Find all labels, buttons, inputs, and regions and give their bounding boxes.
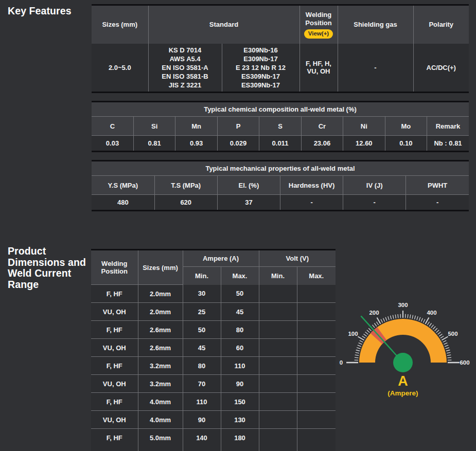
gauge-tick	[381, 319, 382, 323]
gauge-tick	[427, 322, 429, 325]
gauge-hub	[393, 353, 413, 372]
cell: 80	[221, 321, 259, 339]
table-row: F, HF3.2mm80110	[91, 357, 336, 375]
cell: 12.60	[343, 136, 385, 152]
cell	[297, 393, 336, 411]
gauge-tick	[446, 348, 449, 349]
cell: F, HF	[91, 429, 138, 447]
welding-position-label: Welding Position	[302, 11, 336, 27]
col-header-welding-position: Welding Position	[91, 250, 138, 285]
cell: PWHT	[406, 176, 469, 195]
standard-line: ES309Nb-17	[224, 72, 297, 81]
standard-line: E 23 12 Nb R 12	[224, 63, 297, 72]
cell: Remark	[427, 117, 469, 136]
welding-position-value: F, HF, H, VU, OH	[299, 44, 338, 93]
cell: 50	[221, 285, 259, 303]
table-row: 2.0~5.0 KS D 7014AWS A5.4EN ISO 3581-AEN…	[92, 44, 469, 93]
standard-line: JIS Z 3221	[151, 81, 220, 89]
gauge-tick	[439, 334, 442, 336]
table-row: VU, OH3.2mm7090	[91, 375, 336, 393]
gauge-tick	[368, 328, 371, 331]
cell: VU, OH	[91, 303, 138, 321]
cell: 2.6mm	[138, 321, 183, 339]
gauge-tick	[438, 332, 441, 335]
cell: VU, OH	[91, 411, 138, 429]
cell	[259, 411, 297, 429]
gauge-tick	[447, 352, 450, 353]
col-header-shielding-gas: Shielding gas	[338, 5, 413, 44]
mechanical-properties-table: Typical mechanical properties of all-wel…	[92, 160, 469, 211]
cell: VU, OH	[91, 339, 138, 357]
cell: 3.2mm	[138, 357, 183, 375]
cell: Cr	[301, 117, 343, 136]
gauge-tick	[440, 336, 444, 338]
col-header-sizes: Sizes (mm)	[92, 5, 148, 44]
cell: 620	[154, 195, 217, 211]
cell: 140	[183, 429, 221, 447]
table-row-partial	[91, 447, 336, 451]
cell: 80	[183, 357, 221, 375]
header-row: Sizes (mm) Standard Welding Position Vie…	[92, 5, 469, 44]
cell: 110	[221, 357, 259, 375]
cell: 150	[221, 393, 259, 411]
gauge-tick	[355, 355, 359, 355]
cell: IV (J)	[343, 176, 406, 195]
table-row: F, HF5.0mm140180	[91, 429, 336, 447]
product-dimensions-heading: Product Dimensions and Weld Current Rang…	[8, 246, 99, 290]
cell: -	[406, 195, 469, 211]
gauge-tick	[421, 318, 422, 322]
gauge-tick	[436, 330, 439, 333]
header-row: Y.S (MPa)T.S (MPa)El. (%)Hardness (HV)IV…	[92, 176, 469, 195]
cell: P	[217, 117, 259, 136]
cell: Mo	[385, 117, 427, 136]
mechanical-table-title: Typical mechanical properties of all-wel…	[92, 161, 469, 176]
gauge-tick	[412, 315, 413, 319]
cell	[297, 303, 336, 321]
standard-line: AWS A5.4	[151, 55, 220, 63]
gauge-tick	[365, 332, 368, 335]
cell	[259, 447, 297, 451]
cell: Ni	[343, 117, 385, 136]
cell	[221, 447, 259, 451]
cell: 0.029	[217, 136, 259, 152]
cell: 0.03	[92, 136, 133, 152]
cell: 0.93	[175, 136, 217, 152]
cell	[297, 285, 336, 303]
gauge-tick	[360, 340, 363, 342]
cell	[297, 321, 336, 339]
gauge-tick	[445, 345, 448, 347]
cell	[297, 375, 336, 393]
gauge-tick-label: 100	[348, 331, 358, 337]
cell: Nb : 0.81	[427, 136, 469, 152]
cell: 480	[92, 195, 154, 211]
gauge-tick	[355, 357, 359, 358]
gauge-tick	[433, 327, 435, 330]
gauge-tick-label: 500	[448, 331, 457, 337]
cell: VU, OH	[91, 375, 138, 393]
cell: 25	[183, 303, 221, 321]
gauge-unit-sublabel: (Ampere)	[334, 389, 471, 398]
col-header-ampere: Ampere (A)	[183, 250, 259, 267]
key-features-table: Sizes (mm) Standard Welding Position Vie…	[92, 4, 469, 93]
col-header-standard: Standard	[148, 5, 299, 44]
view-button[interactable]: View(+)	[304, 29, 333, 39]
chemical-composition-table: Typical chemical composition all-weld me…	[92, 101, 469, 152]
cell	[297, 411, 336, 429]
cell	[297, 447, 336, 451]
cell	[259, 339, 297, 357]
key-features-heading: Key Features	[8, 6, 95, 17]
cell: Hardness (HV)	[280, 176, 343, 195]
table-row: 0.030.810.930.0290.01123.0612.600.10Nb :…	[92, 136, 469, 152]
cell: 130	[221, 411, 259, 429]
cell: 90	[221, 375, 259, 393]
cell	[259, 429, 297, 447]
col-header-ampere-min: Min.	[183, 267, 221, 285]
cell	[259, 321, 297, 339]
sizes-value: 2.0~5.0	[92, 44, 148, 93]
cell	[297, 429, 336, 447]
cell	[259, 303, 297, 321]
gauge-tick	[447, 355, 451, 355]
gauge-tick-label: 600	[460, 359, 469, 366]
gauge-tick	[417, 316, 418, 320]
cell: 2.0mm	[138, 303, 183, 321]
